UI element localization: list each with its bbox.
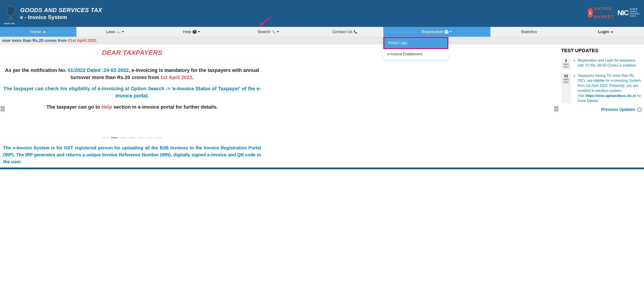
phone-icon: 📞 (354, 30, 358, 34)
nav-search[interactable]: Search🔍 (230, 27, 306, 37)
svg-point-0 (7, 6, 15, 16)
annotation-arrow-icon (259, 16, 272, 27)
nav-contact[interactable]: Contact Us📞 (307, 27, 383, 37)
nav-help[interactable]: Help? (154, 27, 230, 37)
header-title-1: GOODS AND SERVICES TAX (20, 7, 102, 14)
carousel-dot[interactable] (111, 137, 118, 138)
info-description: The e-Invoice System is for GST register… (3, 142, 261, 165)
updates-title: TEST UPDATES (561, 48, 642, 54)
notification-paragraph: As per the notification No. 01/2022 Date… (3, 67, 261, 81)
chevron-down-icon (122, 31, 124, 32)
chevron-down-icon (198, 31, 200, 32)
header-titles: GOODS AND SERVICES TAX e - Invoice Syste… (20, 7, 102, 20)
svg-text:1: 1 (589, 11, 592, 15)
logo-nic: NIC एन आई सी National Informatics Centre (617, 8, 640, 17)
registration-dropdown: Portal Login e-Invoice Enablement (383, 37, 448, 59)
carousel-dot[interactable] (138, 137, 144, 138)
sidebar-updates: TEST UPDATES 5 MAR 2022 Registration and… (559, 44, 644, 168)
chevron-down-icon (450, 31, 452, 32)
home-icon: 🏠 (42, 30, 46, 34)
notification-link[interactable]: 01/2022 Dated :24-02-2022 (68, 68, 129, 73)
update-item: 5 MAR 2022 Registration and Login for ta… (561, 58, 642, 69)
registered-icon: R (444, 30, 448, 34)
dropdown-portal-login[interactable]: Portal Login (383, 37, 448, 49)
carousel-dots (3, 137, 261, 138)
news-ticker: over more than Rs.20 crores from 01st Ap… (0, 37, 644, 44)
carousel-dot[interactable] (156, 137, 162, 138)
carousel-prev-button[interactable]: ‹ (0, 106, 5, 112)
carousel-dot[interactable] (120, 137, 126, 138)
nav-statistics[interactable]: Statistics (490, 27, 567, 37)
date-badge: 5 MAR 2022 (561, 58, 571, 69)
update-link[interactable]: Registration and Login for taxpayers wit… (574, 58, 642, 69)
main-area: ‹ › DEAR TAXPAYERS As per the notificati… (0, 44, 644, 168)
footer-bar (0, 168, 644, 169)
dropdown-einvoice-enablement[interactable]: e-Invoice Enablement (383, 49, 448, 59)
logo-nation-tax-market: 1 NATION TAX MARKET (587, 7, 614, 19)
carousel-dot[interactable] (102, 137, 108, 138)
date-badge: 02 MAR 2022 (561, 73, 571, 103)
dear-taxpayers-heading: DEAR TAXPAYERS (3, 49, 261, 56)
eligibility-paragraph: The taxpayer can check his eligibility o… (3, 85, 261, 100)
emblem-logo (4, 4, 17, 22)
header-title-2: e - Invoice System (20, 14, 102, 20)
nav-login[interactable]: Login➜ (568, 27, 644, 37)
help-paragraph: The taxpayer can go to Help section in e… (3, 104, 261, 110)
nav-registration[interactable]: RegistrationR Portal Login e-Invoice Ena… (383, 27, 490, 37)
header-logos: 1 NATION TAX MARKET NIC एन आई सी Nationa… (587, 7, 640, 19)
nav-home[interactable]: Home🏠 (0, 27, 76, 37)
previous-updates-link[interactable]: Previous Updates → (561, 107, 642, 112)
satyameva-text: सत्यमेव जयते (4, 22, 15, 25)
chevron-down-icon (277, 31, 279, 32)
docs-icon: 📖 (117, 30, 120, 34)
navbar: Home🏠 Laws📖 Help? Search🔍 Contact Us📞 Re… (0, 27, 644, 37)
header: सत्यमेव जयते GOODS AND SERVICES TAX e - … (0, 0, 644, 27)
search-icon: 🔍 (272, 30, 276, 34)
divider (3, 61, 261, 61)
arrow-right-icon: → (637, 108, 642, 112)
carousel-dot[interactable] (129, 137, 136, 138)
nav-laws[interactable]: Laws📖 (76, 27, 153, 37)
carousel-dot[interactable] (147, 137, 154, 138)
question-icon: ? (192, 30, 196, 34)
login-icon: ➜ (610, 30, 613, 34)
content: DEAR TAXPAYERS As per the notification N… (0, 44, 264, 168)
update-link[interactable]: Taxpayers having TO more than Rs. 20Cr. … (574, 73, 642, 103)
update-item: 02 MAR 2022 Taxpayers having TO more tha… (561, 73, 642, 103)
carousel-next-button[interactable]: › (554, 106, 558, 112)
